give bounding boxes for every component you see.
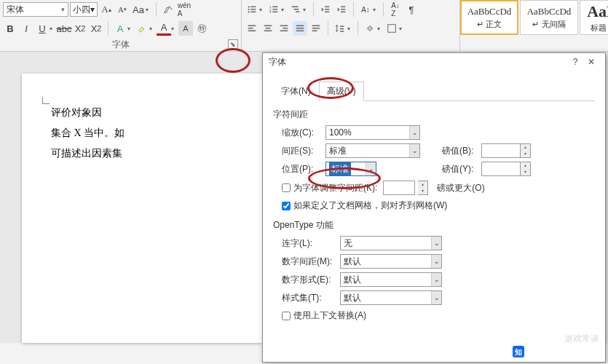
font-dialog: 字体 ? ✕ 字体(N) 高级(V) 字符间距 缩放(C): 100%⌄ 间距(…	[262, 52, 606, 363]
grow-font-icon[interactable]: A▴	[99, 2, 114, 17]
svg-rect-7	[272, 7, 277, 7]
pt-b-label: 磅值(B):	[442, 145, 481, 157]
svg-rect-34	[312, 28, 320, 28]
svg-rect-26	[264, 31, 272, 31]
text-direction-icon[interactable]: A↕	[358, 2, 373, 17]
close-icon[interactable]: ✕	[583, 57, 599, 67]
pt-b-input[interactable]	[481, 143, 521, 158]
align-right-icon[interactable]	[277, 21, 291, 36]
sort-icon[interactable]: A↓Z	[388, 2, 403, 17]
dropdown-icon[interactable]: ▾	[149, 25, 155, 32]
italic-icon[interactable]: I	[19, 21, 33, 36]
enclose-char-icon[interactable]: ㊕	[194, 21, 209, 36]
kern-input[interactable]	[383, 181, 415, 195]
bold-icon[interactable]: B	[3, 21, 17, 36]
spinner-icon[interactable]: ▴▾	[521, 143, 531, 158]
phonetic-guide-icon[interactable]: wénA	[177, 2, 192, 17]
snap-grid-checkbox[interactable]	[282, 202, 291, 210]
decrease-indent-icon[interactable]	[318, 2, 333, 17]
svg-rect-11	[272, 12, 277, 12]
zhihu-icon: 知	[513, 346, 524, 357]
style-normal[interactable]: AaBbCcDd↵ 正文	[460, 0, 518, 35]
tab-advanced[interactable]: 高级(V)	[319, 82, 364, 101]
dropdown-icon[interactable]: ▾	[377, 25, 383, 32]
number-list-icon[interactable]: 123	[267, 2, 281, 17]
align-left-icon[interactable]	[245, 21, 259, 36]
spacing-combo[interactable]: 标准⌄	[325, 143, 420, 158]
dropdown-icon[interactable]: ▾	[399, 25, 405, 32]
context-alt-checkbox[interactable]	[282, 312, 291, 320]
tab-font[interactable]: 字体(N)	[273, 82, 319, 101]
show-marks-icon[interactable]: ¶	[404, 2, 419, 17]
font-name-value: 宋体	[7, 4, 24, 16]
svg-text:知: 知	[514, 348, 522, 356]
svg-rect-23	[248, 31, 256, 31]
text-line: 评价对象因	[51, 103, 248, 123]
pt-y-input[interactable]	[481, 162, 521, 176]
svg-rect-31	[296, 28, 304, 28]
svg-rect-27	[280, 25, 288, 26]
svg-rect-3	[250, 9, 256, 9]
borders-icon[interactable]	[384, 21, 399, 36]
superscript-icon[interactable]: X2	[89, 21, 103, 36]
spinner-icon[interactable]: ▴▾	[521, 162, 531, 176]
dropdown-icon[interactable]: ▾	[146, 7, 151, 13]
dropdown-icon[interactable]: ▾	[303, 7, 309, 13]
scale-combo[interactable]: 100%⌄	[325, 125, 420, 140]
style-no-spacing[interactable]: AaBbCcDd↵ 无间隔	[520, 0, 578, 35]
scale-label: 缩放(C):	[282, 127, 325, 139]
kerning-checkbox[interactable]	[282, 183, 291, 192]
clear-format-icon[interactable]	[161, 2, 175, 17]
help-icon[interactable]: ?	[567, 57, 583, 67]
highlight-icon[interactable]	[135, 21, 149, 36]
char-shading-icon[interactable]: A	[178, 21, 193, 36]
page[interactable]: 评价对象因 集合 X 当中。如 可描述出因素集	[22, 74, 262, 343]
dropdown-icon[interactable]: ▾	[171, 25, 177, 32]
shrink-font-icon[interactable]: A▾	[115, 2, 130, 17]
numform-combo[interactable]: 默认⌄	[340, 272, 442, 287]
dropdown-icon[interactable]: ▾	[373, 7, 379, 13]
dialog-launcher-icon[interactable]: ⬊	[228, 39, 238, 50]
styles-gallery: AaBbCcDd↵ 正文 AaBbCcDd↵ 无间隔 AaB标题 1	[460, 0, 608, 51]
font-name-select[interactable]: 宋体▾	[3, 2, 68, 17]
chevron-down-icon: ⌄	[431, 273, 441, 286]
svg-rect-18	[341, 7, 345, 7]
dropdown-icon[interactable]: ▾	[50, 25, 55, 32]
svg-rect-33	[312, 25, 320, 26]
multilevel-list-icon[interactable]	[288, 2, 303, 17]
watermark: 知 知乎 @半熟狗子	[513, 345, 599, 358]
dropdown-icon[interactable]: ▾	[281, 7, 287, 13]
increase-indent-icon[interactable]	[334, 2, 349, 17]
style-heading1[interactable]: AaB标题 1	[580, 0, 608, 35]
underline-icon[interactable]: U	[35, 21, 50, 36]
dropdown-icon[interactable]: ▾	[347, 25, 353, 32]
strikethrough-icon[interactable]: abc	[57, 21, 71, 36]
dialog-titlebar: 字体 ? ✕	[263, 53, 605, 71]
svg-point-4	[248, 11, 250, 12]
ligature-combo[interactable]: 无⌄	[340, 236, 442, 250]
chevron-down-icon: ⌄	[409, 144, 419, 157]
dropdown-icon[interactable]: ▾	[127, 25, 133, 32]
font-color-icon[interactable]: A	[157, 21, 171, 36]
svg-rect-39	[388, 25, 396, 33]
change-case-icon[interactable]: Aa	[131, 2, 146, 17]
dropdown-icon[interactable]: ▾	[259, 7, 265, 13]
numspace-combo[interactable]: 默认⌄	[340, 254, 442, 269]
bullet-list-icon[interactable]	[245, 2, 259, 17]
align-center-icon[interactable]	[261, 21, 275, 36]
text-effects-icon[interactable]: A	[113, 21, 127, 36]
font-size-select[interactable]: 小四▾	[70, 2, 98, 17]
styleset-combo[interactable]: 默认⌄	[340, 290, 442, 305]
align-distribute-icon[interactable]	[309, 21, 323, 36]
shading-icon[interactable]	[363, 21, 377, 36]
position-combo[interactable]: 标准⌄	[325, 162, 376, 176]
svg-rect-28	[283, 28, 288, 28]
chevron-down-icon: ⌄	[409, 126, 419, 139]
svg-rect-35	[312, 31, 317, 31]
align-justify-icon[interactable]	[293, 21, 307, 36]
subscript-icon[interactable]: X2	[73, 21, 87, 36]
svg-rect-37	[340, 28, 344, 29]
line-spacing-icon[interactable]	[333, 21, 347, 36]
spinner-icon[interactable]: ▴▾	[418, 181, 428, 195]
snap-grid-label: 如果定义了文档网格，则对齐到网格(W)	[293, 199, 447, 212]
